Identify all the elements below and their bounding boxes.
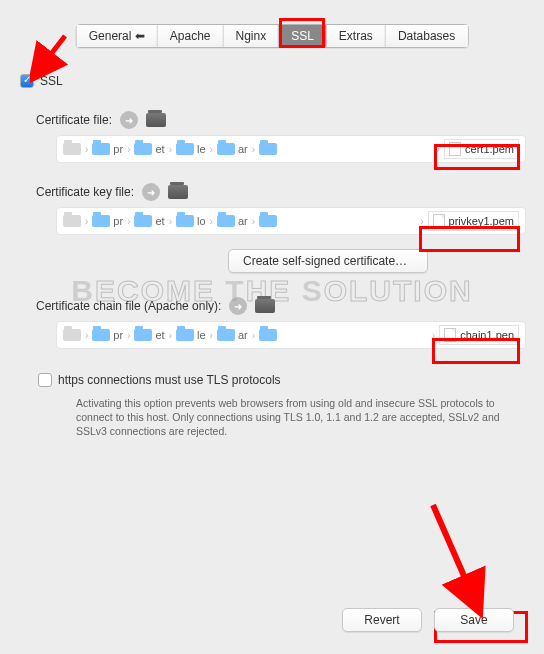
folder-picker-icon[interactable]	[146, 113, 166, 127]
open-dialog-icon[interactable]	[142, 183, 160, 201]
checkbox-icon	[38, 373, 52, 387]
tab-nginx[interactable]: Nginx	[223, 25, 279, 47]
tls-note: Activating this option prevents web brow…	[76, 396, 506, 439]
cert-key-label: Certificate key file:	[36, 183, 188, 201]
open-dialog-icon[interactable]	[120, 111, 138, 129]
tab-apache[interactable]: Apache	[158, 25, 224, 47]
checkbox-icon	[20, 74, 34, 88]
tab-bar: General ⬅ Apache Nginx SSL Extras Databa…	[76, 24, 469, 48]
ssl-enable-checkbox[interactable]: SSL	[20, 74, 63, 88]
create-self-signed-button[interactable]: Create self-signed certificate…	[228, 249, 428, 273]
tls-checkbox-label: https connections must use TLS protocols	[58, 373, 281, 387]
folder-picker-icon[interactable]	[255, 299, 275, 313]
open-dialog-icon[interactable]	[229, 297, 247, 315]
cert-chain-label: Certificate chain file (Apache only):	[36, 297, 275, 315]
annotation-box	[432, 338, 520, 364]
tab-general[interactable]: General ⬅	[77, 25, 158, 47]
save-button[interactable]: Save	[434, 608, 514, 632]
tab-databases[interactable]: Databases	[386, 25, 467, 47]
svg-line-3	[433, 505, 478, 608]
revert-button[interactable]: Revert	[342, 608, 422, 632]
chevron-right-icon: ›	[85, 144, 88, 155]
folder-picker-icon[interactable]	[168, 185, 188, 199]
tab-extras[interactable]: Extras	[327, 25, 386, 47]
settings-window: General ⬅ Apache Nginx SSL Extras Databa…	[0, 0, 544, 654]
tab-ssl[interactable]: SSL	[279, 25, 327, 47]
annotation-box	[419, 226, 520, 252]
annotation-box	[434, 144, 520, 170]
annotation-arrow-icon	[423, 500, 493, 620]
ssl-enable-label: SSL	[40, 74, 63, 88]
cert-file-label: Certificate file:	[36, 111, 166, 129]
tls-checkbox[interactable]: https connections must use TLS protocols	[38, 373, 281, 387]
